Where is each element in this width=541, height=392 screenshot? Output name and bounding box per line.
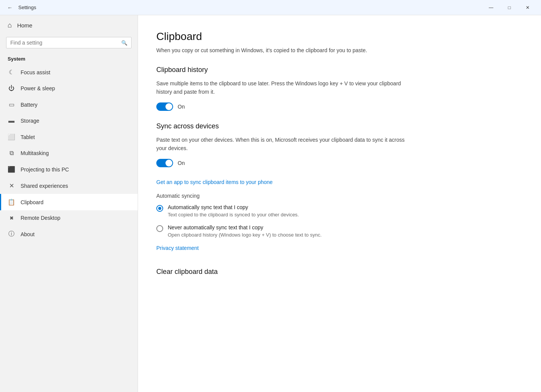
sidebar-search-container: 🔍 (6, 37, 132, 48)
sidebar-item-power-sleep[interactable]: ⏻ Power & sleep (0, 80, 138, 96)
page-title: Clipboard (156, 30, 523, 43)
radio-option-never-sync: Never automatically sync text that I cop… (156, 224, 523, 238)
sidebar-item-label: Clipboard (21, 199, 43, 205)
sidebar-item-label: About (21, 231, 35, 237)
window-controls: — □ ✕ (482, 2, 536, 14)
sidebar-section-label: System (0, 53, 138, 64)
sync-devices-title: Sync across devices (156, 122, 523, 130)
clipboard-icon: 📋 (8, 198, 15, 206)
home-icon: ⌂ (8, 21, 12, 29)
sidebar-item-label: Remote Desktop (21, 215, 60, 221)
sidebar-item-battery[interactable]: ▭ Battery (0, 96, 138, 113)
multitasking-icon: ⧉ (8, 150, 15, 157)
storage-icon: ▬ (8, 117, 15, 124)
clipboard-history-section: Clipboard history Save multiple items to… (156, 66, 523, 111)
clipboard-history-desc: Save multiple items to the clipboard to … (156, 79, 416, 96)
sidebar-item-shared-experiences[interactable]: ✕ Shared experiences (0, 178, 138, 194)
sync-devices-toggle-row: On (156, 159, 523, 167)
auto-sync-label: Automatic syncing (156, 193, 523, 199)
battery-icon: ▭ (8, 101, 15, 108)
sidebar-item-label: Storage (21, 118, 39, 124)
sync-devices-toggle[interactable] (156, 159, 173, 167)
sidebar-item-storage[interactable]: ▬ Storage (0, 113, 138, 129)
maximize-button[interactable]: □ (501, 2, 518, 14)
radio-auto-sync-title: Automatically sync text that I copy (168, 204, 299, 210)
sidebar-item-label: Multitasking (21, 150, 49, 156)
back-button[interactable]: ← (5, 2, 15, 13)
sidebar-item-tablet[interactable]: ⬜ Tablet (0, 129, 138, 145)
minimize-button[interactable]: — (482, 2, 500, 14)
page-description: When you copy or cut something in Window… (156, 46, 416, 54)
shared-experiences-icon: ✕ (8, 182, 15, 189)
app-body: ⌂ Home 🔍 System ☾ Focus assist ⏻ Power &… (0, 15, 541, 392)
radio-auto-sync[interactable] (156, 205, 163, 212)
about-icon: ⓘ (8, 230, 15, 238)
title-bar-title: Settings (18, 5, 36, 10)
sidebar-item-label: Battery (21, 102, 37, 108)
tablet-icon: ⬜ (8, 133, 15, 141)
sidebar-home-label: Home (17, 22, 32, 29)
privacy-statement-link[interactable]: Privacy statement (156, 245, 199, 251)
close-button[interactable]: ✕ (519, 2, 536, 14)
sidebar-home[interactable]: ⌂ Home (0, 15, 138, 35)
sidebar-item-focus-assist[interactable]: ☾ Focus assist (0, 64, 138, 80)
sidebar-item-clipboard[interactable]: 📋 Clipboard (0, 194, 138, 210)
radio-option-auto-sync: Automatically sync text that I copy Text… (156, 204, 523, 218)
sidebar-item-remote-desktop[interactable]: ✖ Remote Desktop (0, 210, 138, 226)
sync-phone-link[interactable]: Get an app to sync clipboard items to yo… (156, 179, 273, 185)
sync-devices-toggle-label: On (178, 160, 185, 166)
radio-never-sync-title: Never automatically sync text that I cop… (168, 224, 322, 230)
sidebar-item-projecting[interactable]: ⬛ Projecting to this PC (0, 161, 138, 178)
sidebar-item-label: Power & sleep (21, 85, 55, 91)
sidebar-item-multitasking[interactable]: ⧉ Multitasking (0, 145, 138, 161)
sidebar-item-label: Tablet (21, 134, 35, 140)
radio-auto-sync-desc: Text copied to the clipboard is synced t… (168, 212, 299, 218)
radio-never-sync-content: Never automatically sync text that I cop… (168, 224, 322, 238)
sidebar: ⌂ Home 🔍 System ☾ Focus assist ⏻ Power &… (0, 15, 138, 392)
sync-devices-desc: Paste text on your other devices. When t… (156, 136, 416, 153)
sidebar-item-label: Shared experiences (21, 183, 68, 189)
search-icon: 🔍 (121, 40, 127, 46)
focus-assist-icon: ☾ (8, 69, 15, 76)
sidebar-item-label: Focus assist (21, 69, 50, 75)
projecting-icon: ⬛ (8, 166, 15, 173)
content-area: Clipboard When you copy or cut something… (138, 15, 541, 392)
clipboard-history-toggle[interactable] (156, 102, 173, 111)
radio-never-sync-desc: Open clipboard history (Windows logo key… (168, 232, 322, 238)
clipboard-history-title: Clipboard history (156, 66, 523, 74)
clear-clipboard-section: Clear clipboard data (156, 268, 523, 276)
sidebar-item-label: Projecting to this PC (21, 166, 69, 173)
power-sleep-icon: ⏻ (8, 85, 15, 92)
sidebar-item-about[interactable]: ⓘ About (0, 226, 138, 243)
radio-never-sync[interactable] (156, 225, 163, 232)
sync-devices-section: Sync across devices Paste text on your o… (156, 122, 523, 259)
title-bar: ← Settings — □ ✕ (0, 0, 541, 15)
radio-auto-sync-content: Automatically sync text that I copy Text… (168, 204, 299, 218)
clipboard-history-toggle-label: On (178, 104, 185, 110)
clipboard-history-toggle-row: On (156, 102, 523, 111)
remote-desktop-icon: ✖ (8, 215, 15, 221)
search-input[interactable] (10, 40, 118, 46)
clear-clipboard-title: Clear clipboard data (156, 268, 523, 276)
